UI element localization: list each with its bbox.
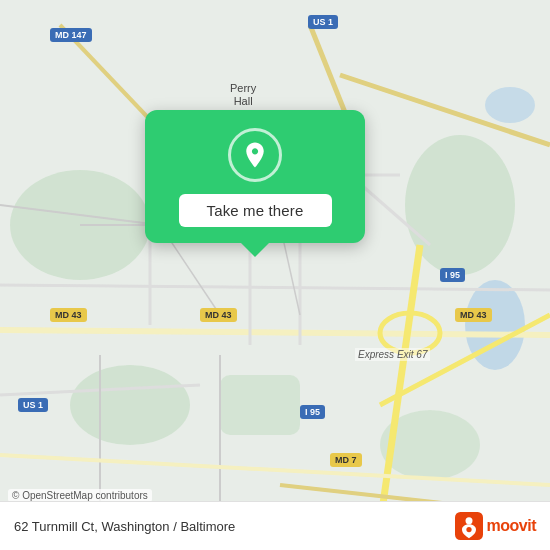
moovit-icon: [455, 512, 483, 540]
moovit-text: moovit: [487, 517, 536, 535]
badge-md147: MD 147: [50, 28, 92, 42]
label-express-exit: Express Exit 67: [355, 348, 430, 361]
badge-i95-bottom: I 95: [300, 405, 325, 419]
badge-i95-right: I 95: [440, 268, 465, 282]
svg-rect-4: [220, 375, 300, 435]
badge-md43-right: MD 43: [455, 308, 492, 322]
badge-md43-left: MD 43: [50, 308, 87, 322]
popup-card[interactable]: Take me there: [145, 110, 365, 243]
svg-point-30: [465, 517, 472, 524]
badge-us1-bottom: US 1: [18, 398, 48, 412]
svg-point-31: [466, 527, 471, 532]
svg-line-11: [0, 285, 550, 290]
svg-point-6: [485, 87, 535, 123]
map-container: MD 147 US 1 MD 43 MD 43 MD 43 I 95 I 95 …: [0, 0, 550, 550]
label-perry-hall: PerryHall: [230, 82, 256, 108]
map-svg: [0, 0, 550, 550]
take-me-there-button[interactable]: Take me there: [179, 194, 332, 227]
location-pin-icon: [240, 140, 270, 170]
address-label: 62 Turnmill Ct, Washington / Baltimore: [14, 519, 235, 534]
bottom-bar: 62 Turnmill Ct, Washington / Baltimore m…: [0, 501, 550, 550]
moovit-logo: moovit: [455, 512, 536, 540]
badge-md43-mid: MD 43: [200, 308, 237, 322]
location-icon-wrap: [228, 128, 282, 182]
badge-md7: MD 7: [330, 453, 362, 467]
svg-point-2: [70, 365, 190, 445]
badge-us1-top: US 1: [308, 15, 338, 29]
